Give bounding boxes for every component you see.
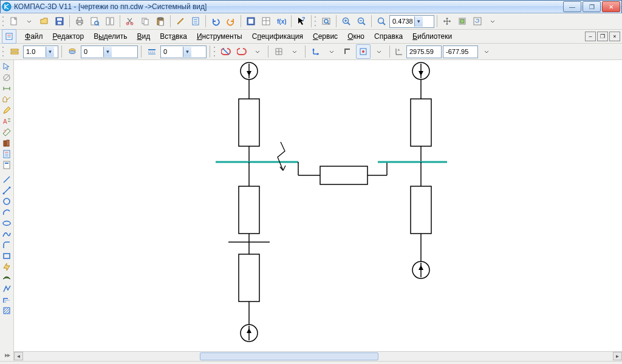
menu-service[interactable]: Сервис: [308, 30, 343, 42]
horizontal-scrollbar[interactable]: ◄ ►: [14, 351, 622, 361]
style-combo[interactable]: 0▼: [160, 46, 207, 58]
propbar-grip[interactable]: [2, 46, 5, 58]
edit-panel-icon[interactable]: [1, 105, 13, 116]
menu-handle-icon[interactable]: [2, 29, 16, 44]
cut-button[interactable]: [123, 14, 137, 29]
snap-settings-button[interactable]: [234, 44, 249, 59]
formula-button[interactable]: f(x): [274, 14, 289, 29]
chevron-down-icon[interactable]: ▼: [183, 47, 191, 57]
coord-x-field[interactable]: 2975.59: [406, 46, 442, 58]
chevron-down-icon[interactable]: ▼: [103, 47, 112, 57]
menu-file[interactable]: Файл: [20, 30, 48, 42]
propbar-overflow[interactable]: [479, 44, 494, 59]
layer-button[interactable]: [65, 44, 80, 59]
equid-tool-icon[interactable]: [1, 294, 13, 305]
refresh-button[interactable]: [470, 14, 485, 29]
manager-button[interactable]: [244, 14, 258, 29]
help-pointer-button[interactable]: ?: [294, 14, 309, 29]
grid-toggle-button[interactable]: [272, 44, 286, 59]
geometry-panel-icon[interactable]: [1, 72, 13, 83]
undo-button[interactable]: [208, 14, 223, 29]
polygon-tool-icon[interactable]: [1, 261, 13, 272]
mdi-close-button[interactable]: ×: [609, 32, 620, 41]
zoom-fit-button[interactable]: [319, 14, 333, 29]
layer-combo[interactable]: 0▼: [81, 46, 138, 58]
circle-tool-icon[interactable]: [1, 196, 13, 207]
menu-select[interactable]: Выделить: [89, 30, 132, 42]
zoom-out-button[interactable]: [354, 14, 369, 29]
toolbar-dropdown[interactable]: [485, 14, 500, 29]
point-tool-icon[interactable]: [1, 174, 13, 185]
print-button[interactable]: [72, 14, 87, 29]
brush-button[interactable]: [173, 14, 188, 29]
local-cs-button[interactable]: [309, 44, 323, 59]
scroll-track[interactable]: [23, 352, 613, 361]
panel-expand-icon[interactable]: [1, 350, 13, 361]
menu-window[interactable]: Окно: [343, 30, 369, 42]
chevron-down-icon[interactable]: ▼: [414, 16, 423, 27]
spline-tool-icon[interactable]: [1, 229, 13, 240]
paste-button[interactable]: [153, 14, 168, 29]
ortho-button[interactable]: [340, 44, 355, 59]
snap-dropdown[interactable]: [250, 44, 265, 59]
scroll-right-button[interactable]: ►: [613, 352, 622, 360]
print-preview-button[interactable]: [87, 14, 102, 29]
coord-y-field[interactable]: -677.95: [443, 46, 478, 58]
redo-button[interactable]: [224, 14, 238, 29]
scroll-left-button[interactable]: ◄: [14, 352, 23, 360]
menu-help[interactable]: Справка: [369, 30, 408, 42]
chevron-down-icon[interactable]: ▼: [46, 47, 54, 57]
report-panel-icon[interactable]: [1, 160, 13, 170]
dimensions-panel-icon[interactable]: [1, 83, 13, 94]
close-button[interactable]: ✕: [602, 1, 620, 12]
scale-combo[interactable]: 1.0▼: [23, 46, 58, 58]
mdi-restore-button[interactable]: ❐: [597, 32, 608, 41]
zoom-combo[interactable]: 0.4738 ▼: [389, 15, 434, 28]
hat-tool-icon[interactable]: [1, 272, 13, 283]
spec-panel-icon[interactable]: [1, 149, 13, 160]
snap-toggle-button[interactable]: [219, 44, 233, 59]
pan-button[interactable]: [440, 14, 454, 29]
contour-tool-icon[interactable]: [1, 283, 13, 294]
ellipse-tool-icon[interactable]: [1, 218, 13, 229]
lcs-dropdown[interactable]: [324, 44, 339, 59]
scroll-thumb[interactable]: [200, 352, 378, 360]
properties-button[interactable]: [188, 14, 203, 29]
maximize-button[interactable]: ❐: [583, 1, 601, 12]
drawing-canvas[interactable]: ◄ ►: [14, 60, 622, 361]
redraw-button[interactable]: [455, 14, 470, 29]
round-button[interactable]: [356, 44, 371, 59]
zoom-in-button[interactable]: [339, 14, 354, 29]
variables-button[interactable]: [259, 14, 273, 29]
measure-panel-icon[interactable]: ?: [1, 127, 13, 138]
zoom-window-button[interactable]: [374, 14, 389, 29]
current-state-button[interactable]: [7, 44, 22, 59]
menu-libs[interactable]: Библиотеки: [408, 30, 457, 42]
propbar-grip2[interactable]: [213, 46, 216, 58]
save-button[interactable]: [52, 14, 67, 29]
rect-tool-icon[interactable]: [1, 251, 13, 261]
menu-edit[interactable]: Редактор: [48, 30, 89, 42]
arc-tool-icon[interactable]: [1, 207, 13, 218]
minimize-button[interactable]: —: [563, 1, 581, 12]
new-doc-dropdown[interactable]: [22, 14, 36, 29]
select-tool-icon[interactable]: [1, 61, 13, 72]
menu-view[interactable]: Вид: [132, 30, 156, 42]
grid-dropdown[interactable]: [287, 44, 302, 59]
new-doc-button[interactable]: [7, 14, 21, 29]
menu-spec[interactable]: Спецификация: [247, 30, 308, 42]
hatch-tool-icon[interactable]: [1, 305, 13, 316]
segment-tool-icon[interactable]: [1, 185, 13, 196]
menu-tools[interactable]: Инструменты: [192, 30, 247, 42]
toolbar-grip2[interactable]: [314, 15, 317, 27]
line-style-button[interactable]: [145, 44, 159, 59]
round-dropdown[interactable]: [372, 44, 386, 59]
mdi-minimize-button[interactable]: –: [585, 32, 596, 41]
param-panel-icon[interactable]: A: [1, 116, 13, 127]
notations-panel-icon[interactable]: [1, 94, 13, 105]
layout-button[interactable]: [103, 14, 117, 29]
fillet-tool-icon[interactable]: [1, 240, 13, 251]
copy-button[interactable]: [138, 14, 152, 29]
menu-insert[interactable]: Вставка: [155, 30, 192, 42]
lib-panel-icon[interactable]: [1, 138, 13, 149]
